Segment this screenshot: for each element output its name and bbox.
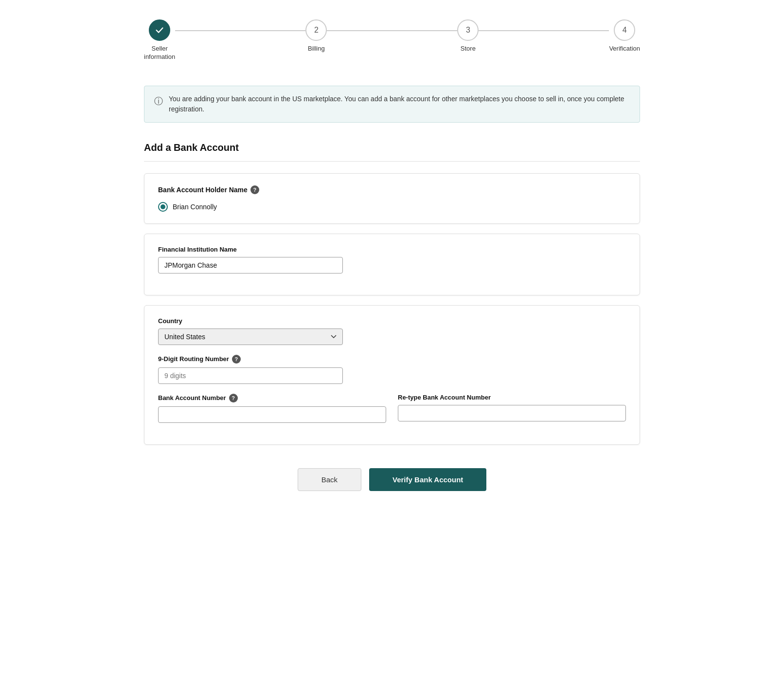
account-holder-option[interactable]: Brian Connolly <box>158 202 626 212</box>
account-number-label: Bank Account Number ? <box>158 394 386 402</box>
step-2-label: Billing <box>308 45 325 53</box>
section-divider <box>144 161 640 162</box>
step-1-circle <box>149 19 170 41</box>
connector-2 <box>327 30 457 31</box>
step-1-label: Sellerinformation <box>144 45 175 61</box>
account-holder-name: Brian Connolly <box>173 203 217 211</box>
account-holder-card: Bank Account Holder Name ? Brian Connoll… <box>144 173 640 224</box>
country-label: Country <box>158 317 626 325</box>
verify-bank-account-button[interactable]: Verify Bank Account <box>369 468 486 491</box>
financial-institution-input[interactable] <box>158 257 343 274</box>
back-button[interactable]: Back <box>298 468 361 491</box>
banking-details-card: Country United States Canada United King… <box>144 305 640 445</box>
financial-institution-field: Financial Institution Name <box>158 246 626 274</box>
step-verification: 4 Verification <box>609 19 640 53</box>
financial-institution-label: Financial Institution Name <box>158 246 626 253</box>
routing-number-label: 9-Digit Routing Number ? <box>158 355 626 364</box>
retype-account-number-field: Re-type Bank Account Number <box>398 394 626 421</box>
account-number-input[interactable] <box>158 406 386 423</box>
step-2-circle: 2 <box>305 19 327 41</box>
routing-number-field: 9-Digit Routing Number ? <box>158 355 626 384</box>
footer-buttons: Back Verify Bank Account <box>144 468 640 520</box>
info-banner: ⓘ You are adding your bank account in th… <box>144 86 640 123</box>
section-title: Add a Bank Account <box>144 142 640 153</box>
retype-account-number-input[interactable] <box>398 405 626 421</box>
routing-help-icon[interactable]: ? <box>232 355 241 364</box>
step-seller-info: Sellerinformation <box>144 19 175 61</box>
step-store: 3 Store <box>457 19 479 53</box>
info-banner-text: You are adding your bank account in the … <box>169 94 630 114</box>
radio-dot-inner <box>160 204 165 209</box>
connector-3 <box>479 30 609 31</box>
account-number-row: Bank Account Number ? Re-type Bank Accou… <box>158 394 626 433</box>
step-3-circle: 3 <box>457 19 479 41</box>
step-3-label: Store <box>461 45 476 53</box>
account-holder-label: Bank Account Holder Name ? <box>158 185 626 194</box>
account-holder-help-icon[interactable]: ? <box>250 185 259 194</box>
radio-dot <box>158 202 168 212</box>
retype-account-number-label: Re-type Bank Account Number <box>398 394 626 401</box>
country-select[interactable]: United States Canada United Kingdom <box>158 328 343 345</box>
country-field: Country United States Canada United King… <box>158 317 626 345</box>
info-icon: ⓘ <box>154 95 163 108</box>
account-number-field: Bank Account Number ? <box>158 394 386 423</box>
financial-institution-card: Financial Institution Name <box>144 234 640 295</box>
step-4-label: Verification <box>609 45 640 53</box>
connector-1 <box>175 30 305 31</box>
step-billing: 2 Billing <box>305 19 327 53</box>
step-4-circle: 4 <box>614 19 635 41</box>
stepper: Sellerinformation 2 Billing 3 Store 4 Ve… <box>144 19 640 61</box>
routing-number-input[interactable] <box>158 367 343 384</box>
account-number-help-icon[interactable]: ? <box>229 394 238 402</box>
